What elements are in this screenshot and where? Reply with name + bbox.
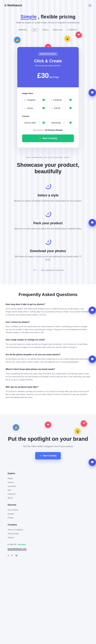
pager-dots: [32, 269, 39, 272]
brand-logos-row: MARVEL Oh! Hilton deliveroo L'ORÉAL: [4, 28, 92, 32]
step-1: 1 Select a style Browse our pantry of re…: [10, 182, 86, 202]
step-text: Browse our pantry of recipes to find the…: [12, 200, 84, 202]
footer-link[interactable]: How It Works: [8, 509, 88, 511]
footer-col-discover: Discover How It Works Recipes Pricing: [8, 504, 88, 519]
logo-text: feedsauce: [7, 4, 22, 7]
footer-link[interactable]: Privacy Policy: [8, 532, 88, 535]
chat-live-link[interactable]: Got a Question? Chat Live: [0, 269, 96, 272]
price: £30/per image: [21, 71, 75, 80]
faq-answer: We're confident you'll love every photo …: [6, 325, 90, 334]
surprise-icon: 😮: [75, 428, 81, 434]
step-heading: Download your photos: [10, 249, 86, 253]
faq-question: What if I don't know what photos my bran…: [6, 368, 90, 370]
faq-item: What if I don't know what photos my bran…: [6, 368, 90, 381]
tall-icon: ▭: [24, 107, 26, 109]
start-creating-button[interactable]: 🔒 Start Creating: [22, 134, 74, 142]
brand-deliveroo: deliveroo: [53, 29, 63, 31]
faq-answer: Of course! As standard, we keep your pro…: [6, 390, 90, 399]
footer: Explore Statue Senses Cosmetics Noir Inf…: [0, 464, 96, 567]
facebook-icon[interactable]: f: [12, 554, 12, 557]
step-text: We'll work our magic in studio so you ca…: [12, 255, 84, 262]
twitter-icon[interactable]: 🐦: [15, 554, 18, 557]
info-icon[interactable]: i: [38, 122, 40, 124]
license-option-advertising[interactable]: Advertisingi ✓: [49, 120, 74, 126]
like-icon: 👍: [13, 424, 19, 430]
chat-widget[interactable]: [89, 458, 96, 466]
footer-link[interactable]: Senses: [8, 481, 88, 484]
footer-link[interactable]: Recipes: [8, 513, 88, 515]
chat-widget[interactable]: [89, 306, 96, 314]
step-text: Ship to us or we'll come and collect the…: [12, 227, 84, 230]
brand-hilton: Hilton: [43, 29, 48, 31]
chat-widget[interactable]: [89, 219, 96, 226]
footer-link[interactable]: Pricing: [8, 516, 88, 519]
footer-link[interactable]: Influencer: [8, 493, 88, 495]
brand-oh: Oh!: [32, 28, 38, 32]
faq-item: Can I review my photos? We're confident …: [6, 321, 90, 334]
instagram-icon[interactable]: ⌾: [8, 554, 9, 557]
heart-icon: ❤9: [81, 420, 87, 427]
footer-link[interactable]: Noir: [8, 489, 88, 491]
check-icon: ✓: [43, 107, 45, 109]
brand-marvel: MARVEL: [18, 29, 27, 31]
brand-loreal: L'ORÉAL: [67, 29, 78, 31]
footer-link[interactable]: Cosmetics: [8, 485, 88, 487]
logo-mark-icon: [5, 4, 6, 6]
logo[interactable]: feedsauce: [5, 4, 22, 7]
showcase-title: Showcase your product, beautifully: [6, 162, 90, 174]
surprise-icon: 😮: [64, 36, 70, 42]
plan-name: Click & Create: [21, 58, 75, 63]
hours: Mon-Fri: 9am-5pm: [8, 544, 88, 546]
size-option-fullhd[interactable]: ▭Full HD ✓: [49, 105, 74, 111]
faq-answer: That's completely fine and in fact, that…: [6, 372, 90, 381]
footer-link[interactable]: Statue: [8, 478, 88, 480]
spotlight-lead: Get the million dollar Instagram shot of…: [5, 445, 91, 448]
step-3: 3 Download your photos We'll work our ma…: [10, 238, 86, 262]
faq-item: Will I get my products back after? Of co…: [6, 386, 90, 399]
heart-icon: ❤: [45, 422, 51, 428]
heart-count: 9: [85, 420, 88, 422]
online-dot-icon: [8, 544, 9, 545]
size-option-facebook[interactable]: ▯Facebook ✓: [49, 97, 74, 103]
size-option-instagram[interactable]: ◻Instagram ✓: [22, 97, 47, 103]
start-creating-button[interactable]: ＋ Start Creating: [35, 452, 61, 460]
license-option-social[interactable]: Social & Webi ✓: [22, 120, 47, 126]
step-heading: Pack your product: [10, 221, 86, 225]
spotlight-section: 👍 ❤ 😮 ❤9 Put the spotlight on your brand…: [0, 414, 96, 464]
faq-question: Can I swap recipes if I change my mind?: [6, 338, 90, 341]
footer-heading: Company: [8, 524, 88, 526]
license-label: License: [22, 115, 74, 117]
faq-section: Frequently Asked Questions How long does…: [0, 284, 96, 414]
check-icon: ✓: [43, 99, 45, 101]
check-icon: ✓: [69, 122, 72, 124]
faq-title: Frequently Asked Questions: [6, 292, 90, 297]
spotlight-title: Put the spotlight on your brand: [5, 436, 91, 442]
footer-link[interactable]: Terms & Conditions: [8, 529, 88, 531]
faq-item: Are all the photos bespoke or do you use…: [6, 354, 90, 364]
ready-badge: READY IN 5 DAYS: [38, 52, 58, 56]
plan-subtitle: Pay as you go custom photos.: [21, 64, 75, 66]
pricing-card: ❤ READY IN 5 DAYS Click & Create Pay as …: [17, 47, 79, 148]
footer-link[interactable]: Blocks: [8, 497, 88, 499]
faq-answer: All the photos you see on our website ha…: [6, 358, 90, 364]
footer-link[interactable]: Support: [8, 536, 88, 538]
like-icon: 👍: [14, 37, 20, 43]
info-icon[interactable]: i: [63, 122, 65, 124]
image-sizes-label: Image Sizes: [22, 92, 74, 94]
page-subtitle: Make an impact on social media, no fuss …: [4, 22, 92, 24]
contact-email[interactable]: team@feedsauce.com: [8, 548, 27, 550]
faq-question: Are all the photos bespoke or do you use…: [6, 354, 90, 356]
chat-widget[interactable]: [89, 89, 96, 96]
step-swirl-icon: 2: [44, 210, 52, 218]
menu-button[interactable]: [89, 4, 91, 6]
step-swirl-icon: 1: [44, 182, 52, 190]
plus-access-text: Plus access to All Premium Recipes: [22, 129, 74, 131]
size-option-stories[interactable]: ▭Stories ✓: [22, 105, 47, 111]
check-icon: ✓: [43, 122, 45, 124]
chat-widget[interactable]: [89, 356, 96, 363]
portrait-icon: ▯: [51, 99, 52, 101]
title-accent: Simple: [20, 14, 37, 20]
faq-question: How long does it take to get my photos?: [6, 303, 90, 306]
faq-item: How long does it take to get my photos? …: [6, 303, 90, 316]
plus-icon: ＋: [40, 454, 42, 457]
